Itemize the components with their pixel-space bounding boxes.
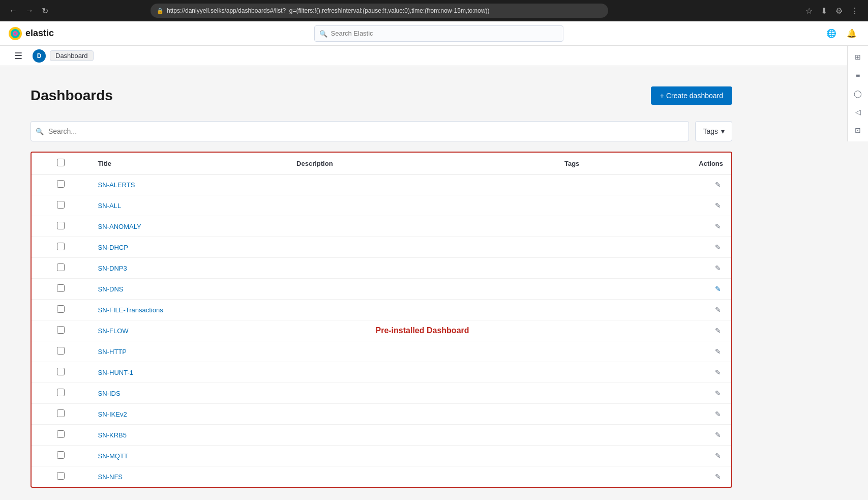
- tags-filter-button[interactable]: Tags ▾: [695, 121, 732, 141]
- right-sidebar-btn-2[interactable]: ≡: [848, 66, 868, 84]
- row-checkbox[interactable]: [57, 409, 65, 417]
- breadcrumb-dashboard-label[interactable]: Dashboard: [50, 50, 94, 61]
- edit-pencil-button[interactable]: ✎: [713, 451, 723, 461]
- edit-pencil-button[interactable]: ✎: [713, 409, 723, 419]
- edit-pencil-button[interactable]: ✎: [713, 263, 723, 273]
- row-actions-cell: ✎: [633, 341, 731, 362]
- dashboard-table-wrapper: Title Description Tags Actions SN-ALERTS…: [31, 152, 732, 488]
- edit-pencil-button[interactable]: ✎: [713, 388, 723, 398]
- dashboard-title-link[interactable]: SN-HUNT-1: [98, 369, 133, 376]
- select-all-checkbox[interactable]: [57, 159, 65, 166]
- table-row: SN-ANOMALY✎: [32, 216, 731, 237]
- row-checkbox-cell: [32, 258, 90, 279]
- row-tags-cell: [556, 258, 633, 279]
- row-description-cell: [288, 446, 556, 466]
- page-header: Dashboards + Create dashboard: [31, 86, 732, 105]
- notification-icon-button[interactable]: 🔔: [844, 25, 860, 41]
- row-checkbox[interactable]: [57, 305, 65, 313]
- star-button[interactable]: ☆: [802, 4, 816, 18]
- edit-pencil-button[interactable]: ✎: [713, 284, 723, 294]
- edit-pencil-button[interactable]: ✎: [713, 367, 723, 377]
- extensions-button[interactable]: ⚙: [832, 4, 846, 18]
- row-tags-cell: [556, 383, 633, 404]
- row-actions-cell: ✎: [633, 216, 731, 237]
- dashboard-title-link[interactable]: SN-IDS: [98, 390, 121, 397]
- row-checkbox[interactable]: [57, 326, 65, 334]
- row-description-cell: [288, 174, 556, 195]
- dashboard-title-link[interactable]: SN-DNP3: [98, 264, 127, 272]
- dashboard-title-link[interactable]: SN-NFS: [98, 473, 123, 481]
- row-actions-cell: ✎: [633, 320, 731, 341]
- row-checkbox[interactable]: [57, 430, 65, 438]
- right-sidebar-btn-3[interactable]: ◯: [848, 84, 868, 103]
- row-checkbox[interactable]: [57, 201, 65, 209]
- row-description-cell: [288, 341, 556, 362]
- right-sidebar-btn-5[interactable]: ⊡: [848, 121, 868, 139]
- row-checkbox[interactable]: [57, 368, 65, 375]
- dashboard-title-link[interactable]: SN-FLOW: [98, 327, 129, 335]
- dashboard-title-link[interactable]: SN-IKEv2: [98, 410, 127, 418]
- filter-search-wrapper: 🔍: [31, 121, 689, 141]
- dashboard-title-link[interactable]: SN-KRB5: [98, 431, 127, 439]
- row-checkbox[interactable]: [57, 451, 65, 459]
- elastic-logo[interactable]: elastic: [8, 26, 54, 41]
- dashboard-title-link[interactable]: SN-DHCP: [98, 244, 128, 251]
- svg-point-3: [14, 33, 16, 35]
- row-tags-cell: [556, 425, 633, 446]
- row-title-cell: SN-MQTT: [90, 446, 288, 466]
- dashboard-title-link[interactable]: SN-HTTP: [98, 348, 127, 356]
- menu-button[interactable]: ⋮: [848, 4, 862, 18]
- dashboard-title-link[interactable]: SN-MQTT: [98, 452, 128, 460]
- dashboard-title-link[interactable]: SN-ALL: [98, 202, 122, 210]
- row-actions-cell: ✎: [633, 258, 731, 279]
- actions-column-header: Actions: [633, 153, 731, 174]
- row-checkbox-cell: [32, 383, 90, 404]
- forward-button[interactable]: →: [22, 4, 37, 17]
- header-search-input[interactable]: [314, 25, 563, 42]
- row-actions-cell: ✎: [633, 362, 731, 383]
- create-dashboard-button[interactable]: + Create dashboard: [651, 86, 732, 105]
- dashboard-title-link[interactable]: SN-ALERTS: [98, 181, 135, 189]
- address-bar[interactable]: 🔒 https://daniyyell.selks/app/dashboards…: [151, 4, 608, 18]
- row-checkbox-cell: [32, 195, 90, 216]
- table-row: SN-DNP3✎: [32, 258, 731, 279]
- tags-chevron-icon: ▾: [721, 127, 725, 135]
- edit-pencil-button[interactable]: ✎: [713, 180, 723, 190]
- right-sidebar-btn-4[interactable]: ◁: [848, 103, 868, 121]
- dashboard-title-link[interactable]: SN-FILE-Transactions: [98, 306, 163, 314]
- dashboard-title-link[interactable]: SN-DNS: [98, 285, 124, 293]
- row-checkbox[interactable]: [57, 284, 65, 292]
- dashboard-title-link[interactable]: SN-ANOMALY: [98, 223, 141, 230]
- hamburger-menu-button[interactable]: ☰: [12, 48, 24, 64]
- row-title-cell: SN-KRB5: [90, 425, 288, 446]
- row-checkbox-cell: [32, 362, 90, 383]
- row-description-cell: [288, 362, 556, 383]
- edit-pencil-button[interactable]: ✎: [713, 200, 723, 211]
- edit-pencil-button[interactable]: ✎: [713, 221, 723, 231]
- edit-pencil-button[interactable]: ✎: [713, 305, 723, 315]
- edit-pencil-button[interactable]: ✎: [713, 472, 723, 482]
- download-button[interactable]: ⬇: [818, 4, 830, 18]
- row-description-cell: [288, 466, 556, 487]
- header-search-wrapper: 🔍: [314, 25, 563, 42]
- create-dashboard-label: + Create dashboard: [660, 92, 723, 100]
- back-button[interactable]: ←: [6, 4, 20, 17]
- edit-pencil-button[interactable]: ✎: [713, 430, 723, 440]
- row-checkbox[interactable]: [57, 180, 65, 188]
- row-checkbox[interactable]: [57, 347, 65, 355]
- row-title-cell: SN-HTTP: [90, 341, 288, 362]
- refresh-button[interactable]: ↻: [39, 4, 51, 18]
- row-checkbox[interactable]: [57, 263, 65, 271]
- table-row: SN-DNS✎: [32, 279, 731, 300]
- edit-pencil-button[interactable]: ✎: [713, 242, 723, 252]
- row-checkbox[interactable]: [57, 243, 65, 250]
- row-actions-cell: ✎: [633, 466, 731, 487]
- right-sidebar-btn-1[interactable]: ⊞: [848, 48, 868, 66]
- edit-pencil-button[interactable]: ✎: [713, 326, 723, 336]
- dashboard-search-input[interactable]: [31, 121, 689, 141]
- edit-pencil-button[interactable]: ✎: [713, 346, 723, 357]
- globe-icon-button[interactable]: 🌐: [823, 25, 840, 41]
- row-checkbox[interactable]: [57, 222, 65, 229]
- row-checkbox[interactable]: [57, 472, 65, 480]
- row-checkbox[interactable]: [57, 389, 65, 396]
